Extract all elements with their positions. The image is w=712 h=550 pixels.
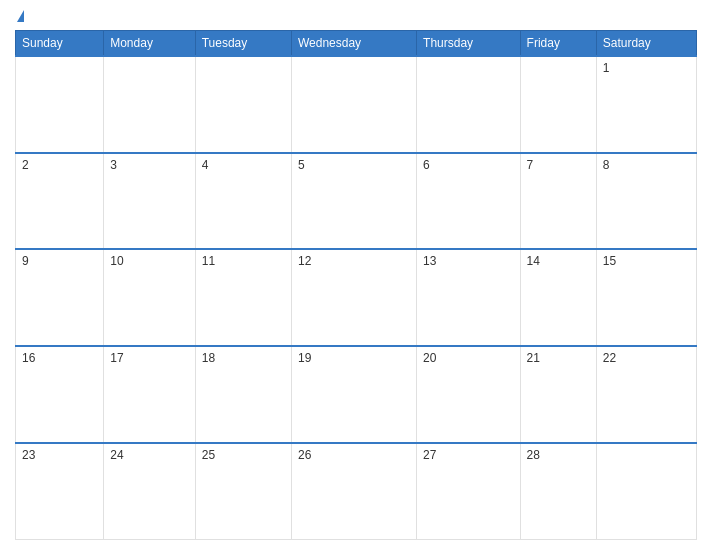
- calendar-week-row: 1: [16, 56, 697, 153]
- day-number: 26: [298, 448, 311, 462]
- day-number: 16: [22, 351, 35, 365]
- calendar-cell: 21: [520, 346, 596, 443]
- calendar-cell: 26: [291, 443, 416, 540]
- calendar-cell: 1: [596, 56, 696, 153]
- calendar-cell: 22: [596, 346, 696, 443]
- calendar-cell: [195, 56, 291, 153]
- calendar-header: [15, 10, 697, 22]
- calendar-cell: 11: [195, 249, 291, 346]
- day-number: 23: [22, 448, 35, 462]
- day-number: 19: [298, 351, 311, 365]
- calendar-cell: 3: [104, 153, 196, 250]
- calendar-cell: 24: [104, 443, 196, 540]
- day-number: 20: [423, 351, 436, 365]
- calendar-cell: 18: [195, 346, 291, 443]
- calendar-cell: [16, 56, 104, 153]
- day-number: 4: [202, 158, 209, 172]
- day-number: 13: [423, 254, 436, 268]
- calendar-cell: 17: [104, 346, 196, 443]
- calendar-cell: 7: [520, 153, 596, 250]
- weekday-header-thursday: Thursday: [417, 31, 521, 57]
- calendar-cell: 28: [520, 443, 596, 540]
- calendar-cell: [596, 443, 696, 540]
- day-number: 6: [423, 158, 430, 172]
- day-number: 12: [298, 254, 311, 268]
- calendar-cell: 27: [417, 443, 521, 540]
- calendar-week-row: 9101112131415: [16, 249, 697, 346]
- day-number: 17: [110, 351, 123, 365]
- day-number: 1: [603, 61, 610, 75]
- calendar-week-row: 232425262728: [16, 443, 697, 540]
- calendar-cell: [417, 56, 521, 153]
- day-number: 27: [423, 448, 436, 462]
- calendar-container: SundayMondayTuesdayWednesdayThursdayFrid…: [0, 0, 712, 550]
- day-number: 22: [603, 351, 616, 365]
- calendar-cell: 9: [16, 249, 104, 346]
- weekday-header-tuesday: Tuesday: [195, 31, 291, 57]
- calendar-cell: 20: [417, 346, 521, 443]
- calendar-cell: 2: [16, 153, 104, 250]
- calendar-cell: 19: [291, 346, 416, 443]
- calendar-cell: 5: [291, 153, 416, 250]
- weekday-header-saturday: Saturday: [596, 31, 696, 57]
- calendar-cell: 15: [596, 249, 696, 346]
- logo: [15, 10, 24, 22]
- day-number: 24: [110, 448, 123, 462]
- calendar-cell: 10: [104, 249, 196, 346]
- day-number: 21: [527, 351, 540, 365]
- calendar-week-row: 2345678: [16, 153, 697, 250]
- day-number: 10: [110, 254, 123, 268]
- calendar-cell: 25: [195, 443, 291, 540]
- calendar-cell: 13: [417, 249, 521, 346]
- weekday-header-row: SundayMondayTuesdayWednesdayThursdayFrid…: [16, 31, 697, 57]
- day-number: 9: [22, 254, 29, 268]
- day-number: 8: [603, 158, 610, 172]
- weekday-header-sunday: Sunday: [16, 31, 104, 57]
- weekday-header-monday: Monday: [104, 31, 196, 57]
- day-number: 18: [202, 351, 215, 365]
- calendar-cell: 12: [291, 249, 416, 346]
- calendar-cell: 16: [16, 346, 104, 443]
- logo-triangle-icon: [17, 10, 24, 22]
- calendar-cell: [291, 56, 416, 153]
- day-number: 14: [527, 254, 540, 268]
- calendar-cell: 14: [520, 249, 596, 346]
- calendar-cell: 23: [16, 443, 104, 540]
- weekday-header-friday: Friday: [520, 31, 596, 57]
- calendar-cell: 6: [417, 153, 521, 250]
- day-number: 15: [603, 254, 616, 268]
- day-number: 7: [527, 158, 534, 172]
- day-number: 25: [202, 448, 215, 462]
- calendar-cell: 4: [195, 153, 291, 250]
- day-number: 3: [110, 158, 117, 172]
- calendar-cell: [104, 56, 196, 153]
- day-number: 5: [298, 158, 305, 172]
- day-number: 28: [527, 448, 540, 462]
- calendar-cell: [520, 56, 596, 153]
- day-number: 11: [202, 254, 215, 268]
- day-number: 2: [22, 158, 29, 172]
- calendar-week-row: 16171819202122: [16, 346, 697, 443]
- calendar-cell: 8: [596, 153, 696, 250]
- calendar-table: SundayMondayTuesdayWednesdayThursdayFrid…: [15, 30, 697, 540]
- weekday-header-wednesday: Wednesday: [291, 31, 416, 57]
